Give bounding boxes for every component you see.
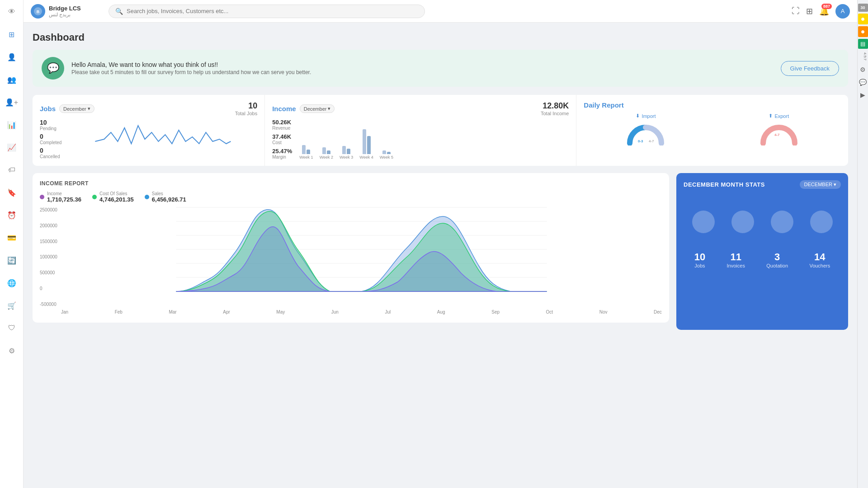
app-arabic: بريدج لنس — [49, 12, 81, 18]
right-sidebar: 30 ● ● ▤ 4.5:7 ⚙ 💬 ▶ — [857, 0, 868, 488]
income-stats: 50.26K Revenue 37.46K Cost 25.47% Margin — [272, 119, 292, 160]
stats-invoices: 11 Invoices — [727, 251, 745, 268]
logo-area: B Bridge LCS بريدج لنس — [31, 4, 103, 19]
bottom-row: INCOME REPORT Income 1,710,725.36 Cost O… — [33, 173, 848, 330]
sidebar-icon-bar-chart[interactable]: 📈 — [5, 140, 19, 155]
stats-circle-vouchers — [810, 211, 833, 233]
sidebar-icon-person[interactable]: 👤 — [5, 50, 19, 64]
main-content: Dashboard 💬 Hello Amala, We want to know… — [24, 23, 857, 488]
jobs-dropdown[interactable]: December ▾ — [59, 104, 94, 113]
sidebar-icon-shield[interactable]: 🛡 — [5, 321, 19, 335]
week4-bar: Week 4 — [359, 129, 373, 160]
job-stat-cancelled: 0 Cancelled — [40, 147, 61, 159]
export-gauge-svg: 4-7 — [759, 121, 799, 145]
notification-count: 887 — [821, 4, 832, 9]
svg-text:4-7: 4-7 — [774, 133, 780, 137]
stats-circle-invoices — [731, 211, 754, 233]
right-tab-yellow[interactable]: ● — [858, 14, 868, 24]
chart-svg-area: Jan Feb Mar Apr May Jun Jul Aug Sep Oct … — [61, 207, 662, 315]
week3-bar: Week 3 — [340, 146, 353, 160]
stats-dropdown[interactable]: DECEMBER ▾ — [800, 180, 841, 189]
app-name: Bridge LCS — [49, 5, 81, 12]
jobs-line-chart — [69, 119, 257, 150]
logo-image: B — [31, 4, 45, 19]
grid-icon[interactable]: ⊞ — [806, 6, 813, 16]
income-margin: 25.47% Margin — [272, 148, 292, 160]
stats-numbers: 10 Jobs 11 Invoices 3 Quotation — [684, 251, 841, 268]
income-report-section: INCOME REPORT Income 1,710,725.36 Cost O… — [33, 173, 669, 323]
stats-panel-inner: DECEMBER MONTH STATS DECEMBER ▾ — [676, 173, 848, 330]
income-revenue: 50.26K Revenue — [272, 119, 292, 131]
give-feedback-button[interactable]: Give Feedback — [781, 61, 839, 76]
feedback-icon: 💬 — [42, 57, 64, 80]
expand-icon[interactable]: ⛶ — [792, 6, 800, 16]
sidebar-icon-tag[interactable]: 🏷 — [5, 163, 19, 177]
logo-text: Bridge LCS بريدج لنس — [49, 5, 81, 18]
week5-bar: Week 5 — [380, 150, 393, 160]
december-stats-panel: DECEMBER MONTH STATS DECEMBER ▾ — [676, 173, 848, 330]
jobs-total-num: 10 — [235, 101, 258, 111]
chart-wrapper: 2500000 2000000 1500000 1000000 500000 0… — [40, 207, 662, 315]
sidebar-icon-chart[interactable]: 📊 — [5, 117, 19, 132]
jobs-total: 10 Total Jobs — [235, 101, 258, 116]
stats-circle-jobs — [692, 211, 715, 233]
search-icon: 🔍 — [115, 8, 123, 15]
income-section: Income December ▾ 12.80K Total Income — [265, 95, 576, 166]
export-gauge: ⬆ Export 4-7 — [759, 113, 799, 145]
search-input[interactable] — [127, 8, 418, 14]
search-bar[interactable]: 🔍 — [108, 5, 425, 18]
sidebar-icon-refresh[interactable]: 🔄 — [5, 253, 19, 267]
sidebar-icon-cart[interactable]: 🛒 — [5, 298, 19, 313]
right-tab-arrow[interactable]: ▶ — [858, 89, 868, 100]
income-total-label: Total Income — [541, 111, 569, 116]
sidebar-icon-price-tag[interactable]: 🔖 — [5, 185, 19, 200]
jobs-section: Jobs December ▾ 10 Total Jobs 10 — [33, 95, 265, 166]
week2-bar: Week 2 — [320, 147, 333, 160]
daily-gauges: ⬇ Import 0-3 4-7 — [584, 113, 841, 145]
page-title: Dashboard — [33, 32, 848, 43]
topbar: B Bridge LCS بريدج لنس 🔍 ⛶ ⊞ 🔔 887 A — [24, 0, 857, 23]
right-tab-version[interactable]: 4.5:7 — [858, 51, 868, 62]
notification-badge[interactable]: 🔔 887 — [819, 6, 829, 16]
right-tab-30[interactable]: 30 — [858, 4, 868, 12]
sidebar-icon-group[interactable]: 👥 — [5, 72, 19, 87]
sidebar-icon-settings[interactable]: ⚙ — [5, 343, 19, 358]
stats-circles — [684, 211, 841, 233]
income-total: 12.80K Total Income — [541, 101, 569, 116]
job-stat-pending: 10 Pending — [40, 119, 61, 131]
legend-income: Income 1,710,725.36 — [40, 191, 81, 203]
right-tab-teal[interactable]: ▤ — [858, 39, 868, 49]
legend-cos: Cost Of Sales 4,746,201.35 — [92, 191, 134, 203]
svg-text:B: B — [37, 9, 40, 14]
legend-dot-income — [40, 195, 44, 199]
income-dropdown[interactable]: December ▾ — [300, 104, 335, 113]
stats-vouchers: 14 Vouchers — [809, 251, 830, 268]
feedback-text: Hello Amala, We want to know what you th… — [71, 61, 774, 75]
legend-dot-sales — [145, 195, 149, 199]
income-title: Income — [272, 105, 296, 113]
left-sidebar: 👁 ⊞ 👤 👥 👤+ 📊 📈 🏷 🔖 ⏰ 💳 🔄 🌐 🛒 🛡 ⚙ — [0, 0, 24, 488]
jobs-title: Jobs — [40, 105, 56, 113]
jobs-total-label: Total Jobs — [235, 111, 258, 116]
sidebar-icon-card[interactable]: 💳 — [5, 230, 19, 245]
legend-dot-cos — [92, 195, 97, 199]
top-sections-row: Jobs December ▾ 10 Total Jobs 10 — [33, 95, 848, 166]
feedback-subtitle: Please take out 5 minutes to fill our su… — [71, 69, 774, 75]
avatar[interactable]: A — [835, 4, 850, 19]
income-total-num: 12.80K — [541, 101, 569, 111]
sidebar-icon-eye[interactable]: 👁 — [5, 5, 19, 19]
right-tab-orange[interactable]: ● — [858, 26, 868, 37]
stats-circle-quotation — [771, 211, 793, 233]
week1-bar: Week 1 — [299, 145, 313, 160]
right-tab-settings[interactable]: ⚙ — [858, 64, 868, 75]
sidebar-icon-person-add[interactable]: 👤+ — [5, 95, 19, 109]
sidebar-icon-clock[interactable]: ⏰ — [5, 208, 19, 222]
income-report-title: INCOME REPORT — [40, 180, 662, 187]
sidebar-icon-globe[interactable]: 🌐 — [5, 276, 19, 290]
import-gauge: ⬇ Import 0-3 4-7 — [625, 113, 666, 145]
right-tab-chat[interactable]: 💬 — [858, 77, 868, 88]
sidebar-icon-dashboard[interactable]: ⊞ — [5, 27, 19, 42]
legend-sales: Sales 6,456,926.71 — [145, 191, 186, 203]
income-area-chart — [61, 207, 662, 307]
weekly-bars: Week 1 Week 2 — [299, 119, 569, 160]
